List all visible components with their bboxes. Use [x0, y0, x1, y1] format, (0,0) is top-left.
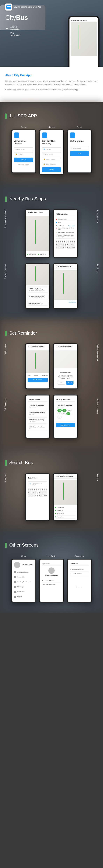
- phone-forgot: Oh ! forgot pa ✉ Email Address Send: [67, 129, 92, 173]
- app-tagline: City Bus tracking & Bus Driver App: [14, 6, 41, 8]
- logo-icon: [70, 132, 75, 138]
- menu-item[interactable]: Set Daily Reminders: [14, 580, 33, 585]
- about-para-2: City Bus App can be a great choice. It I…: [5, 88, 98, 91]
- password-field[interactable]: 🔒 Create Password: [42, 157, 61, 161]
- instagram-icon[interactable]: ◎: [81, 586, 83, 588]
- reminder-item[interactable]: 1134 Smoky Row ExpMon, Tue, Sat: [28, 403, 47, 409]
- reminder-popup: Daily Reminder Do you want to repeat thi…: [55, 370, 75, 387]
- bus-card[interactable]: 1134 Smoky Row ExpOld Sawmill Road to Sm…: [27, 286, 48, 293]
- col-label-signin: Sign in: [11, 126, 36, 128]
- route-stop: Old Sawmill: [55, 506, 76, 509]
- email-field[interactable]: ✉ Email Address: [14, 147, 33, 151]
- app-icon: [5, 3, 12, 10]
- map-view[interactable]: [26, 350, 49, 373]
- recent-item[interactable]: 📍 City Garden, New York, USA: [56, 231, 75, 234]
- apple-icon: [5, 32, 9, 36]
- reminder-config[interactable]: 1134 Smoky Row Exp Mon, Tue, Sat Mon Tue…: [56, 403, 75, 422]
- day-pill[interactable]: Sun: [57, 416, 62, 418]
- day-pill[interactable]: Fri: [62, 412, 66, 415]
- profile-email: ✉ samantha@mail.com: [42, 583, 61, 587]
- clear-search[interactable]: Clear search: [68, 225, 75, 226]
- android-icon: ▲: [5, 26, 9, 30]
- phone-bus-track: 2149 Sarahurst Intercity Old Sawmill Saw…: [53, 473, 78, 521]
- reminder-item[interactable]: 2149 Sarahurst IntercityMon, Wed: [28, 410, 47, 416]
- phone-buses-approaching: 1134 Smoky Row ExpOld Sawmill Road to Sm…: [25, 263, 50, 309]
- set-reminder-button[interactable]: Set Reminder: [28, 378, 48, 382]
- logo-icon: [42, 132, 47, 138]
- popup-yes-button[interactable]: Yes, I do: [66, 381, 73, 384]
- section-nearby: Nearby Bus Stops Tap to add destinations…: [0, 185, 103, 319]
- map-view[interactable]: [54, 270, 78, 300]
- map-view[interactable]: [26, 216, 49, 251]
- avatar: [14, 562, 20, 568]
- map-view[interactable]: [26, 264, 49, 285]
- route-details-link[interactable]: Route Details: [54, 300, 78, 304]
- menu-item[interactable]: Share App: [14, 585, 33, 589]
- menu-item[interactable]: Logout: [14, 594, 33, 599]
- stop-item[interactable]: Old Sawmill: [27, 253, 37, 256]
- section-title: Other Screens: [9, 542, 39, 548]
- home-shortcut[interactable]: Home: [56, 221, 75, 224]
- stop-item[interactable]: Sawmill St: [38, 253, 48, 256]
- route-stop: Abbey Road: [55, 516, 76, 519]
- set-reminder-button[interactable]: Set Reminder: [56, 423, 75, 427]
- phone-daily-reminders: Daily Reminders 1134 Smoky Row ExpMon, T…: [25, 395, 50, 438]
- menu-item[interactable]: Nearby Bus stops: [14, 570, 33, 575]
- route-stop: Central Park: [55, 513, 76, 516]
- avatar: [48, 567, 55, 574]
- logo-icon: [14, 132, 19, 138]
- day-pill[interactable]: Sat: [66, 412, 70, 415]
- signup-link[interactable]: New user? Sign up: [14, 164, 33, 165]
- day-pill[interactable]: Tue: [62, 409, 66, 412]
- about-section: About City Bus App City bus app tracks b…: [0, 67, 103, 102]
- phone-connect: Connect us ✉ contact@citybus.com 📞 +1 98…: [67, 559, 92, 602]
- bus-card[interactable]: 3087 Bethel Road Exp: [27, 301, 48, 306]
- contact-phone[interactable]: 📞 +1 987 654 3210: [70, 571, 89, 576]
- name-field[interactable]: 👤 Full Name: [42, 147, 61, 151]
- contact-email[interactable]: ✉ contact@citybus.com: [70, 567, 89, 571]
- reminder-item[interactable]: 1134 Smoky Row ExpSun: [28, 425, 47, 431]
- col-label-signup: Sign up: [39, 126, 64, 128]
- twitter-icon[interactable]: t: [79, 586, 79, 588]
- email-field[interactable]: ✉ Email Address: [70, 146, 89, 150]
- menu-item[interactable]: Connect us: [14, 589, 33, 594]
- reminder-item[interactable]: 3087 Bethel Road ExpTue, Thu, Fri: [28, 417, 47, 424]
- day-pill[interactable]: Wed: [67, 409, 71, 412]
- map-view[interactable]: [54, 480, 78, 505]
- email-field[interactable]: ✉ Email Address: [42, 152, 61, 156]
- hero-section: City Bus tracking & Bus Driver App CityB…: [0, 0, 103, 67]
- password-field[interactable]: 🔒 Password: [14, 152, 33, 156]
- section-user-app: 1. USER APP Sign in Welcome to City Bus …: [0, 102, 103, 185]
- col-label-profile: User Profile: [39, 555, 64, 557]
- hero-phone-mockup: 2149 Sarahurst Intercity: [68, 16, 100, 67]
- phone-nearby-map: Nearby Bus Stations Old Sawmill Sawmill …: [25, 209, 50, 258]
- day-pill[interactable]: Mon: [57, 409, 62, 412]
- phone-reminder-popup: 1134 Smoky Row Exp Daily Reminder Do you…: [53, 343, 78, 389]
- phone-profile: My Profile Samantha Smith 📞 +1 987 654 3…: [39, 559, 64, 602]
- phone-menu: Samantha Smith Nearby Bus stops Search B…: [11, 559, 36, 602]
- profile-phone: 📞 +1 987 654 3210: [42, 578, 61, 583]
- col-label-forgot: Forgot: [67, 126, 92, 128]
- facebook-icon[interactable]: f: [76, 586, 77, 588]
- bus-card[interactable]: 2149 Sarahurst IntercitySawmill Road to …: [27, 294, 48, 300]
- recent-item[interactable]: 📍 Golden Business Park, New York, USA: [56, 234, 75, 239]
- popup-no-button[interactable]: No: [58, 381, 65, 384]
- day-pill[interactable]: Thu: [57, 412, 62, 415]
- confirm-password-field[interactable]: 🔒 Confirm Password: [42, 162, 61, 166]
- keyboard[interactable]: qwertyuiop asdfghjkl ⇧zxcvbnm⌫: [56, 240, 75, 249]
- search-icon: [14, 576, 16, 578]
- menu-item[interactable]: Search Bus: [14, 575, 33, 580]
- keyboard[interactable]: qwertyuiop asdfghjkl ⇧zxcvbnm⌫: [28, 488, 47, 497]
- send-button[interactable]: Send: [70, 151, 89, 156]
- phone-signup: Join City Bus community 👤 Full Name ✉ Em…: [39, 129, 64, 175]
- search-input[interactable]: 🔍 Enter bus name or number: [28, 482, 47, 486]
- route-stop: Sawmill St: [55, 509, 76, 513]
- section-title: 1. USER APP: [9, 113, 37, 118]
- col-label-menu: Menu: [11, 555, 36, 557]
- share-icon: [14, 586, 16, 588]
- signin-button[interactable]: Sign in: [14, 158, 33, 162]
- destination-input[interactable]: Add Destination: [56, 218, 75, 221]
- recent-item[interactable]: 📍 Hammont Street, New York, USA: [56, 226, 75, 231]
- signup-button[interactable]: Sign up: [42, 167, 61, 172]
- logout-icon: [14, 596, 16, 598]
